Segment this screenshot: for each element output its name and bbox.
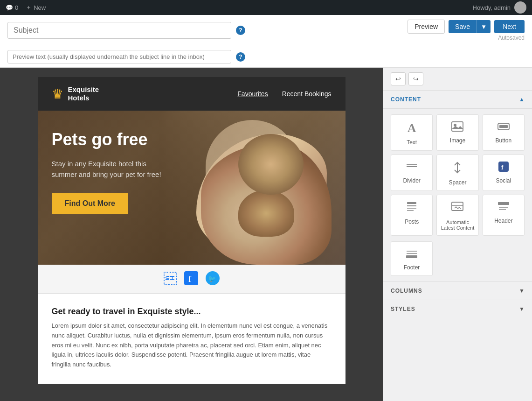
autosaved-label: Autosaved <box>498 35 525 41</box>
email-wrapper: ♛ ExquisiteHotels Favourites Recent Book… <box>38 77 345 384</box>
nav-recent-bookings[interactable]: Recent Bookings <box>282 90 332 98</box>
content-label-header: Header <box>494 218 512 224</box>
svg-rect-7 <box>499 125 508 128</box>
styles-section-header[interactable]: STYLES ▼ <box>383 300 532 318</box>
comment-icon: 💬 <box>6 4 13 11</box>
content-item-spacer[interactable]: Spacer <box>436 155 478 191</box>
facebook-svg[interactable]: f <box>184 271 198 285</box>
content-arrow-icon: ▲ <box>519 96 525 103</box>
header-icon <box>497 202 510 214</box>
content-item-image[interactable]: Image <box>436 114 478 151</box>
preview-text-input[interactable] <box>7 50 231 63</box>
crown-icon: ♛ <box>52 86 63 102</box>
hero-text: Stay in any Exquisite hotel this summer … <box>52 159 173 180</box>
content-title: CONTENT <box>391 96 421 103</box>
toolbar-buttons: Preview Save ▼ Next <box>408 20 525 34</box>
content-label-text: Text <box>407 139 417 146</box>
hero-section: Pets go free Stay in any Exquisite hotel… <box>38 111 345 265</box>
svg-rect-4 <box>452 122 463 131</box>
content-label-footer: Footer <box>404 264 420 271</box>
comment-count: 0 <box>15 4 18 11</box>
svg-rect-19 <box>498 202 509 205</box>
columns-section-header[interactable]: COLUMNS ▼ <box>383 282 532 300</box>
hero-cta-button[interactable]: Find Out More <box>52 193 128 214</box>
posts-icon <box>406 202 417 215</box>
email-canvas: ♛ ExquisiteHotels Favourites Recent Book… <box>0 68 383 401</box>
user-label: Howdy, admin <box>473 4 511 11</box>
email-body-text: Lorem ipsum dolor sit amet, consectetur … <box>52 321 332 370</box>
twitter-svg[interactable]: 🐦 <box>206 271 220 285</box>
content-label-button: Button <box>495 137 511 144</box>
content-section-header[interactable]: CONTENT ▲ <box>383 91 532 109</box>
content-item-button[interactable]: Button <box>483 114 525 151</box>
svg-point-5 <box>454 124 456 127</box>
brand-name: ExquisiteHotels <box>68 85 99 102</box>
save-button[interactable]: Save <box>449 20 477 33</box>
subject-help-icon[interactable]: ? <box>236 26 245 35</box>
admin-bar: 💬 0 ＋ New Howdy, admin <box>0 0 532 15</box>
text-icon: A <box>408 121 416 135</box>
nav-favourites[interactable]: Favourites <box>237 90 268 98</box>
content-item-divider[interactable]: Divider <box>391 155 433 191</box>
styles-arrow-icon: ▼ <box>519 306 525 312</box>
email-header: ♛ ExquisiteHotels Favourites Recent Book… <box>38 77 345 111</box>
styles-section: STYLES ▼ <box>383 300 532 318</box>
columns-arrow-icon: ▼ <box>519 288 525 294</box>
content-item-header[interactable]: Header <box>483 195 525 236</box>
social-icon-item: f <box>498 162 509 174</box>
content-label-auto-latest: Automatic Latest Content <box>441 219 474 231</box>
admin-bar-left: 💬 0 ＋ New <box>6 3 46 12</box>
spacer-icon <box>451 162 463 176</box>
content-item-auto-latest[interactable]: Automatic Latest Content <box>436 195 478 236</box>
content-label-social: Social <box>496 177 511 184</box>
footer-item-area: Footer <box>383 241 532 281</box>
content-item-social[interactable]: f Social <box>483 155 525 191</box>
svg-rect-17 <box>452 202 463 211</box>
content-label-image: Image <box>450 137 465 144</box>
email-body: Get ready to travel in Exquiste style...… <box>38 294 345 384</box>
comment-count-item[interactable]: 💬 0 <box>6 4 18 11</box>
nav-links: Favourites Recent Bookings <box>237 90 331 98</box>
button-icon <box>497 121 510 134</box>
redo-button[interactable]: ↪ <box>408 72 423 85</box>
sidebar: ↩ ↪ CONTENT ▲ A Text Ima <box>383 68 532 401</box>
content-label-divider: Divider <box>403 177 420 184</box>
svg-rect-24 <box>406 255 417 258</box>
content-label-spacer: Spacer <box>449 179 466 186</box>
content-item-text[interactable]: A Text <box>391 114 433 151</box>
svg-text:f: f <box>501 164 504 171</box>
content-item-footer[interactable]: Footer <box>391 241 433 276</box>
new-item[interactable]: ＋ New <box>26 3 46 12</box>
save-dropdown-button[interactable]: ▼ <box>477 20 491 33</box>
subject-input[interactable] <box>7 22 231 39</box>
admin-bar-right: Howdy, admin <box>473 1 526 14</box>
columns-title: COLUMNS <box>391 288 422 294</box>
svg-text:f: f <box>188 274 192 284</box>
brand: ♛ ExquisiteHotels <box>52 85 99 102</box>
image-icon <box>451 121 463 134</box>
preview-help-icon[interactable]: ? <box>236 52 245 62</box>
toolbar-left: ? <box>7 22 408 39</box>
auto-latest-icon <box>451 202 463 216</box>
preview-button[interactable]: Preview <box>408 20 445 34</box>
toolbar-right-group: Preview Save ▼ Next Autosaved <box>408 20 525 41</box>
avatar <box>514 1 526 14</box>
columns-section: COLUMNS ▼ <box>383 281 532 300</box>
save-group: Save ▼ <box>449 20 491 33</box>
facebook-icon[interactable]:  <box>164 271 177 287</box>
new-label: New <box>34 4 46 11</box>
undo-button[interactable]: ↩ <box>391 72 406 85</box>
next-button[interactable]: Next <box>494 20 525 33</box>
footer-icon <box>406 248 418 260</box>
toolbar: ? Preview Save ▼ Next Autosaved <box>0 15 532 46</box>
content-item-posts[interactable]: Posts <box>391 195 433 236</box>
svg-rect-13 <box>407 202 416 204</box>
hero-title: Pets go free <box>52 129 182 149</box>
svg-rect-0 <box>184 271 198 285</box>
email-body-title: Get ready to travel in Exquiste style... <box>52 307 332 317</box>
divider-icon <box>406 162 418 174</box>
plus-icon: ＋ <box>26 3 32 12</box>
preview-text-row: ? <box>0 46 532 68</box>
svg-text:🐦: 🐦 <box>208 275 216 283</box>
hero-content: Pets go free Stay in any Exquisite hotel… <box>38 111 345 233</box>
